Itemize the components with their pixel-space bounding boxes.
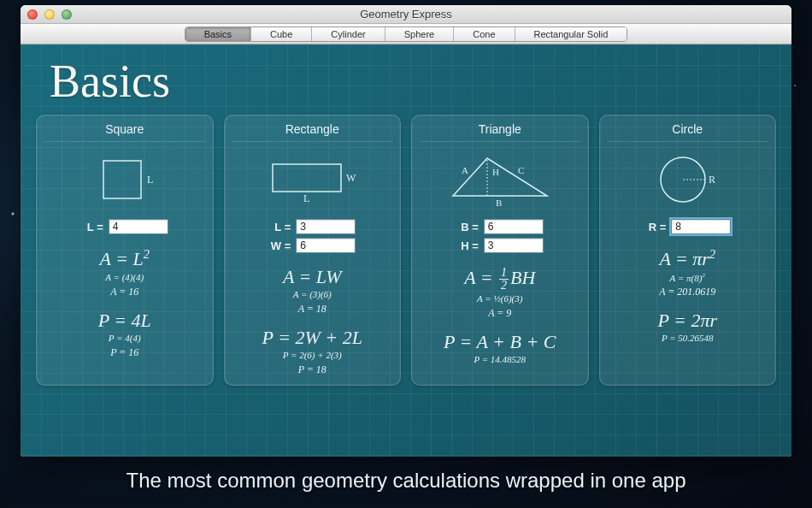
page-title: Basics: [50, 55, 776, 108]
card-triangle: Triangle A H C B B =: [411, 115, 589, 386]
tab-cube[interactable]: Cube: [251, 27, 312, 41]
input-label-l: L =: [268, 221, 291, 233]
perim-formula: P = A + B + C: [444, 332, 556, 352]
circle-shape-icon: R: [640, 147, 734, 212]
input-l[interactable]: [296, 219, 356, 234]
perim-result: P = 16: [110, 346, 138, 359]
app-window: Geometry Express Basics Cube Cylinder Sp…: [21, 5, 791, 457]
input-l[interactable]: [109, 219, 168, 234]
inputs: L = W =: [232, 219, 394, 257]
input-r[interactable]: [671, 219, 731, 234]
card-square: Square L L = A = L2 A = (4)(4) A = 16: [36, 115, 214, 386]
tab-cone[interactable]: Cone: [454, 27, 515, 41]
tab-basics[interactable]: Basics: [185, 27, 251, 41]
area-formula: A = 12BH: [464, 267, 535, 292]
inputs: B = H =: [419, 219, 581, 257]
square-shape-icon: L: [82, 147, 168, 212]
perim-sub: P = 2(6) + 2(3): [283, 350, 342, 360]
area-formula: A = πr2: [659, 248, 715, 270]
area-sub: A = (4)(4): [105, 272, 144, 282]
tab-sphere[interactable]: Sphere: [385, 27, 454, 41]
input-h[interactable]: [484, 238, 544, 253]
svg-text:R: R: [709, 174, 715, 186]
inputs: L =: [44, 219, 206, 238]
input-w[interactable]: [296, 238, 356, 253]
svg-text:B: B: [496, 198, 502, 208]
svg-text:A: A: [462, 165, 468, 175]
input-label-r: R =: [644, 221, 666, 233]
input-label-l: L =: [81, 221, 103, 233]
tab-cylinder[interactable]: Cylinder: [312, 27, 385, 41]
input-label-h: H =: [456, 239, 479, 252]
perim-sub: P = 14.48528: [474, 354, 526, 364]
input-label-b: B =: [456, 221, 479, 233]
perim-sub: P = 4(4): [109, 333, 141, 343]
tabbar: Basics Cube Cylinder Sphere Cone Rectang…: [21, 24, 791, 44]
svg-text:W: W: [346, 172, 356, 184]
card-title: Rectangle: [232, 122, 394, 142]
area-result: A = 18: [298, 303, 327, 316]
perim-formula: P = 2W + 2L: [262, 328, 362, 348]
perim-formula: P = 2πr: [658, 310, 717, 331]
svg-marker-4: [453, 158, 547, 196]
svg-text:H: H: [492, 167, 499, 177]
triangle-shape-icon: A H C B: [436, 147, 564, 212]
card-title: Triangle: [419, 122, 581, 142]
perim-formula: P = 4L: [98, 310, 151, 331]
tagline: The most common geometry calculations wr…: [0, 469, 812, 493]
area-sub: A = π(8)2: [670, 272, 705, 283]
svg-text:C: C: [518, 165, 524, 175]
svg-rect-0: [103, 161, 141, 198]
area-result: A = 201.0619: [659, 286, 715, 298]
square-label-l: L: [147, 174, 153, 186]
perim-result: P = 18: [298, 363, 327, 376]
card-circle: Circle R R = A = πr2 A = π(8)2 A: [599, 115, 777, 386]
svg-rect-1: [273, 164, 341, 192]
inputs: R =: [607, 219, 769, 238]
card-title: Circle: [607, 122, 769, 142]
area-formula: A = L2: [100, 248, 150, 270]
area-sub: A = ½(6)(3): [477, 293, 522, 304]
tab-segmented-control: Basics Cube Cylinder Sphere Cone Rectang…: [185, 27, 628, 42]
area-result: A = 16: [110, 286, 138, 298]
card-rectangle: Rectangle W L L = W =: [224, 115, 402, 386]
area-sub: A = (3)(6): [293, 289, 332, 299]
perim-sub: P = 50.26548: [662, 333, 714, 343]
titlebar: Geometry Express: [21, 5, 791, 24]
tab-rectangular-solid[interactable]: Rectangular Solid: [515, 27, 627, 41]
input-label-w: W =: [268, 239, 291, 252]
rectangle-shape-icon: W L: [252, 147, 372, 212]
content-area: Basics Square L L = A = L2: [21, 44, 791, 457]
input-b[interactable]: [484, 219, 544, 234]
area-formula: A = LW: [283, 267, 342, 287]
area-result: A = 9: [488, 307, 511, 320]
svg-text:L: L: [303, 192, 309, 204]
card-title: Square: [44, 122, 206, 142]
cards-row: Square L L = A = L2 A = (4)(4) A = 16: [36, 115, 776, 386]
window-title: Geometry Express: [21, 8, 791, 21]
